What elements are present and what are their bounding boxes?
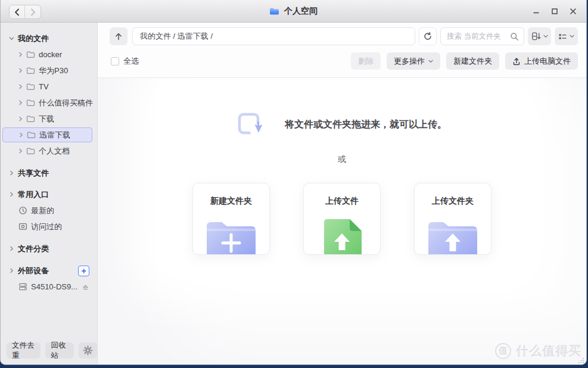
folder-plus-icon	[204, 217, 259, 255]
sidebar-item-quick-access[interactable]: 常用入口	[1, 186, 97, 202]
go-up-button[interactable]	[110, 27, 127, 45]
recycle-bin-button[interactable]: 回收站	[45, 342, 74, 358]
sidebar-item-shared-files[interactable]: 共享文件	[1, 165, 97, 181]
sidebar-label: 迅雷下载	[39, 130, 70, 141]
file-drop-area[interactable]: 将文件或文件夹拖进来，就可以上传。 或 新建文件夹	[98, 78, 586, 364]
folder-upload-icon	[425, 217, 480, 255]
upload-folder-card[interactable]: 上传文件夹	[414, 183, 491, 255]
sidebar-label: 最新的	[31, 205, 54, 216]
chevron-down-icon	[543, 35, 548, 38]
more-actions-button[interactable]: 更多操作	[387, 52, 440, 70]
chevron-down-icon	[570, 35, 574, 38]
sidebar-folder-downloads[interactable]: 下载	[1, 111, 97, 127]
sidebar-label: 个人文档	[39, 146, 70, 157]
app-folder-icon	[269, 7, 279, 15]
history-frame-icon	[18, 222, 27, 231]
chevron-right-icon	[18, 116, 23, 121]
select-all-label: 全选	[123, 56, 139, 67]
maximize-button[interactable]	[549, 5, 561, 17]
app-window: 个人空间 我的文件 do	[0, 0, 587, 365]
sidebar-label: 访问过的	[31, 222, 62, 232]
chevron-left-icon	[14, 8, 20, 16]
search-input[interactable]	[447, 32, 508, 40]
sidebar: 我的文件 docker 华为P30 TV 什么值得买稿件	[1, 23, 98, 364]
folder-icon	[26, 115, 35, 123]
close-button[interactable]	[567, 5, 579, 17]
sidebar-item-external-devices[interactable]: 外部设备 +	[1, 263, 97, 279]
chevron-right-icon	[9, 246, 14, 251]
sidebar-label: S4510-DS9...	[31, 282, 77, 291]
add-device-button[interactable]: +	[78, 266, 89, 276]
select-all-checkbox[interactable]	[111, 57, 119, 66]
upload-file-card[interactable]: 上传文件	[303, 183, 381, 255]
dropzone-hint-text: 将文件或文件夹拖进来，就可以上传。	[285, 118, 447, 131]
window-title: 个人空间	[284, 6, 318, 17]
sidebar-label: TV	[39, 82, 49, 91]
chevron-right-icon	[9, 268, 14, 273]
history-nav	[9, 5, 41, 19]
resize-grip[interactable]	[578, 357, 584, 363]
eject-icon[interactable]	[82, 283, 89, 291]
sidebar-label: 华为P30	[39, 66, 68, 76]
sidebar-folder-thunder-downloads-selected[interactable]: 迅雷下载	[2, 127, 92, 142]
chevron-right-icon	[9, 192, 14, 197]
chevron-right-icon	[18, 148, 23, 154]
sidebar-label: 文件分类	[18, 244, 49, 254]
folder-icon	[26, 83, 35, 91]
card-label: 上传文件夹	[415, 196, 491, 207]
upload-pc-files-button[interactable]: 上传电脑文件	[505, 52, 578, 70]
select-all[interactable]: 全选	[111, 56, 139, 67]
chevron-right-icon	[18, 100, 23, 105]
smzdm-badge-icon: 值	[495, 343, 511, 359]
card-label: 新建文件夹	[193, 196, 269, 207]
arrow-up-icon	[114, 32, 123, 41]
new-folder-button[interactable]: 新建文件夹	[446, 52, 499, 70]
chevron-right-icon	[30, 8, 36, 16]
file-dedupe-button[interactable]: 文件去重	[7, 342, 41, 358]
or-divider: 或	[98, 154, 586, 165]
refresh-icon	[423, 32, 433, 41]
chevron-right-icon	[18, 52, 23, 57]
sidebar-label: 我的文件	[18, 33, 49, 44]
breadcrumb[interactable]: 我的文件 / 迅雷下载 /	[132, 27, 415, 45]
sidebar-item-device-s4510[interactable]: S4510-DS9...	[1, 279, 97, 295]
chevron-right-icon	[18, 84, 23, 89]
folder-icon	[26, 147, 35, 155]
window-controls	[530, 0, 579, 23]
sidebar-folder-docker[interactable]: docker	[1, 46, 97, 63]
sidebar-folder-huawei-p30[interactable]: 华为P30	[1, 63, 97, 79]
sidebar-folder-personal-docs[interactable]: 个人文档	[1, 143, 97, 159]
sidebar-item-my-files[interactable]: 我的文件	[1, 30, 97, 46]
sidebar-folder-smzdm-drafts[interactable]: 什么值得买稿件	[1, 95, 97, 111]
search-icon	[510, 32, 519, 41]
sidebar-item-visited[interactable]: 访问过的	[1, 219, 97, 235]
file-upload-icon	[319, 217, 365, 255]
delete-button[interactable]: 删除	[351, 52, 381, 70]
clock-icon	[18, 206, 27, 215]
sort-button[interactable]	[528, 27, 551, 45]
drag-cursor-icon	[237, 112, 262, 137]
refresh-button[interactable]	[419, 27, 437, 45]
settings-button[interactable]	[79, 342, 97, 358]
watermark: 值 什么值得买	[495, 342, 581, 359]
sidebar-item-file-categories[interactable]: 文件分类	[1, 241, 97, 257]
folder-icon	[26, 51, 35, 58]
card-label: 上传文件	[304, 196, 380, 207]
sidebar-item-recent[interactable]: 最新的	[1, 202, 97, 219]
list-view-icon	[558, 33, 567, 40]
view-mode-button[interactable]	[555, 27, 578, 45]
sidebar-label: 下载	[39, 114, 54, 124]
disk-device-icon	[18, 282, 27, 291]
chevron-right-icon	[9, 170, 14, 176]
breadcrumb-path: 我的文件 / 迅雷下载 /	[140, 31, 213, 42]
forward-button[interactable]	[25, 5, 41, 18]
sidebar-label: 什么值得买稿件	[39, 98, 93, 108]
sidebar-label: 共享文件	[18, 168, 49, 179]
sort-icon	[531, 32, 541, 40]
back-button[interactable]	[10, 5, 25, 18]
sidebar-label: docker	[39, 50, 62, 59]
new-folder-card[interactable]: 新建文件夹	[192, 183, 270, 255]
sidebar-folder-tv[interactable]: TV	[1, 79, 97, 95]
minimize-button[interactable]	[530, 5, 542, 17]
chevron-right-icon	[18, 132, 24, 138]
